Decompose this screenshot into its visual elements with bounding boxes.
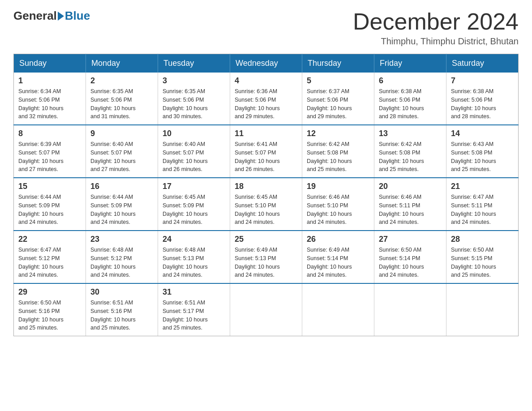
calendar-week-row: 15 Sunrise: 6:44 AMSunset: 5:09 PMDaylig… bbox=[14, 178, 519, 231]
day-number: 23 bbox=[90, 235, 153, 244]
calendar-cell: 15 Sunrise: 6:44 AMSunset: 5:09 PMDaylig… bbox=[14, 178, 86, 231]
calendar-table: SundayMondayTuesdayWednesdayThursdayFrid… bbox=[13, 54, 519, 336]
day-info: Sunrise: 6:41 AMSunset: 5:07 PMDaylight:… bbox=[235, 140, 297, 174]
calendar-cell bbox=[230, 283, 302, 336]
calendar-cell bbox=[374, 283, 446, 336]
day-info: Sunrise: 6:50 AMSunset: 5:16 PMDaylight:… bbox=[18, 299, 81, 332]
calendar-cell: 6 Sunrise: 6:38 AMSunset: 5:06 PMDayligh… bbox=[374, 73, 446, 125]
day-number: 2 bbox=[90, 76, 153, 86]
calendar-cell: 12 Sunrise: 6:42 AMSunset: 5:08 PMDaylig… bbox=[302, 125, 374, 178]
calendar-cell: 21 Sunrise: 6:47 AMSunset: 5:11 PMDaylig… bbox=[446, 178, 519, 231]
day-info: Sunrise: 6:47 AMSunset: 5:11 PMDaylight:… bbox=[451, 193, 514, 227]
calendar-cell: 1 Sunrise: 6:34 AMSunset: 5:06 PMDayligh… bbox=[14, 73, 86, 125]
day-number: 20 bbox=[379, 182, 442, 191]
day-info: Sunrise: 6:48 AMSunset: 5:13 PMDaylight:… bbox=[163, 246, 225, 279]
day-number: 3 bbox=[163, 76, 225, 86]
day-info: Sunrise: 6:49 AMSunset: 5:14 PMDaylight:… bbox=[307, 246, 369, 279]
calendar-cell: 16 Sunrise: 6:44 AMSunset: 5:09 PMDaylig… bbox=[86, 178, 158, 231]
calendar-cell: 27 Sunrise: 6:50 AMSunset: 5:14 PMDaylig… bbox=[374, 231, 446, 283]
calendar-cell: 28 Sunrise: 6:50 AMSunset: 5:15 PMDaylig… bbox=[446, 231, 519, 283]
day-info: Sunrise: 6:39 AMSunset: 5:07 PMDaylight:… bbox=[18, 140, 81, 174]
day-info: Sunrise: 6:44 AMSunset: 5:09 PMDaylight:… bbox=[18, 193, 81, 227]
day-info: Sunrise: 6:34 AMSunset: 5:06 PMDaylight:… bbox=[18, 87, 81, 121]
day-number: 14 bbox=[451, 129, 514, 138]
day-info: Sunrise: 6:46 AMSunset: 5:11 PMDaylight:… bbox=[379, 193, 442, 227]
logo-blue: Blue bbox=[65, 9, 90, 23]
month-title: December 2024 bbox=[353, 9, 519, 34]
day-number: 8 bbox=[18, 129, 81, 138]
day-number: 13 bbox=[379, 129, 442, 138]
title-section: December 2024 Thimphu, Thimphu District,… bbox=[353, 9, 519, 47]
day-number: 21 bbox=[451, 182, 514, 191]
calendar-cell: 17 Sunrise: 6:45 AMSunset: 5:09 PMDaylig… bbox=[158, 178, 230, 231]
calendar-cell: 19 Sunrise: 6:46 AMSunset: 5:10 PMDaylig… bbox=[302, 178, 374, 231]
calendar-cell: 14 Sunrise: 6:43 AMSunset: 5:08 PMDaylig… bbox=[446, 125, 519, 178]
day-number: 7 bbox=[451, 76, 514, 86]
day-number: 11 bbox=[235, 129, 297, 138]
day-number: 22 bbox=[18, 235, 81, 244]
day-number: 17 bbox=[163, 182, 225, 191]
day-number: 19 bbox=[307, 182, 369, 191]
calendar-day-header: Wednesday bbox=[230, 54, 302, 73]
calendar-cell: 11 Sunrise: 6:41 AMSunset: 5:07 PMDaylig… bbox=[230, 125, 302, 178]
day-number: 9 bbox=[90, 129, 153, 138]
calendar-cell: 23 Sunrise: 6:48 AMSunset: 5:12 PMDaylig… bbox=[86, 231, 158, 283]
logo-arrow-icon bbox=[58, 12, 64, 21]
calendar-cell: 18 Sunrise: 6:45 AMSunset: 5:10 PMDaylig… bbox=[230, 178, 302, 231]
calendar-cell: 26 Sunrise: 6:49 AMSunset: 5:14 PMDaylig… bbox=[302, 231, 374, 283]
logo: General Blue bbox=[13, 9, 90, 23]
day-info: Sunrise: 6:38 AMSunset: 5:06 PMDaylight:… bbox=[451, 87, 514, 121]
calendar-cell: 20 Sunrise: 6:46 AMSunset: 5:11 PMDaylig… bbox=[374, 178, 446, 231]
day-number: 12 bbox=[307, 129, 369, 138]
calendar-day-header: Tuesday bbox=[158, 54, 230, 73]
day-info: Sunrise: 6:40 AMSunset: 5:07 PMDaylight:… bbox=[90, 140, 153, 174]
day-info: Sunrise: 6:49 AMSunset: 5:13 PMDaylight:… bbox=[235, 246, 297, 279]
day-info: Sunrise: 6:50 AMSunset: 5:14 PMDaylight:… bbox=[379, 246, 442, 279]
day-number: 28 bbox=[451, 235, 514, 244]
day-info: Sunrise: 6:35 AMSunset: 5:06 PMDaylight:… bbox=[163, 87, 225, 121]
day-number: 30 bbox=[90, 287, 153, 297]
day-number: 6 bbox=[379, 76, 442, 86]
calendar-week-row: 22 Sunrise: 6:47 AMSunset: 5:12 PMDaylig… bbox=[14, 231, 519, 283]
day-info: Sunrise: 6:35 AMSunset: 5:06 PMDaylight:… bbox=[90, 87, 153, 121]
calendar-cell: 9 Sunrise: 6:40 AMSunset: 5:07 PMDayligh… bbox=[86, 125, 158, 178]
day-info: Sunrise: 6:43 AMSunset: 5:08 PMDaylight:… bbox=[451, 140, 514, 174]
day-info: Sunrise: 6:51 AMSunset: 5:17 PMDaylight:… bbox=[163, 299, 225, 332]
calendar-week-row: 8 Sunrise: 6:39 AMSunset: 5:07 PMDayligh… bbox=[14, 125, 519, 178]
day-info: Sunrise: 6:44 AMSunset: 5:09 PMDaylight:… bbox=[90, 193, 153, 227]
calendar-cell bbox=[446, 283, 519, 336]
day-number: 24 bbox=[163, 235, 225, 244]
calendar-cell: 3 Sunrise: 6:35 AMSunset: 5:06 PMDayligh… bbox=[158, 73, 230, 125]
calendar-week-row: 29 Sunrise: 6:50 AMSunset: 5:16 PMDaylig… bbox=[14, 283, 519, 336]
calendar-cell: 5 Sunrise: 6:37 AMSunset: 5:06 PMDayligh… bbox=[302, 73, 374, 125]
calendar-cell: 4 Sunrise: 6:36 AMSunset: 5:06 PMDayligh… bbox=[230, 73, 302, 125]
day-number: 15 bbox=[18, 182, 81, 191]
calendar-cell: 30 Sunrise: 6:51 AMSunset: 5:16 PMDaylig… bbox=[86, 283, 158, 336]
day-info: Sunrise: 6:45 AMSunset: 5:10 PMDaylight:… bbox=[235, 193, 297, 227]
calendar-day-header: Friday bbox=[374, 54, 446, 73]
day-info: Sunrise: 6:36 AMSunset: 5:06 PMDaylight:… bbox=[235, 87, 297, 121]
day-info: Sunrise: 6:46 AMSunset: 5:10 PMDaylight:… bbox=[307, 193, 369, 227]
calendar-cell: 13 Sunrise: 6:42 AMSunset: 5:08 PMDaylig… bbox=[374, 125, 446, 178]
day-info: Sunrise: 6:48 AMSunset: 5:12 PMDaylight:… bbox=[90, 246, 153, 279]
calendar-day-header: Sunday bbox=[14, 54, 86, 73]
day-number: 26 bbox=[307, 235, 369, 244]
calendar-day-header: Monday bbox=[86, 54, 158, 73]
calendar-cell: 29 Sunrise: 6:50 AMSunset: 5:16 PMDaylig… bbox=[14, 283, 86, 336]
day-number: 1 bbox=[18, 76, 81, 86]
calendar-cell: 24 Sunrise: 6:48 AMSunset: 5:13 PMDaylig… bbox=[158, 231, 230, 283]
day-info: Sunrise: 6:40 AMSunset: 5:07 PMDaylight:… bbox=[163, 140, 225, 174]
calendar-cell: 2 Sunrise: 6:35 AMSunset: 5:06 PMDayligh… bbox=[86, 73, 158, 125]
logo-text: General Blue bbox=[13, 9, 90, 23]
day-info: Sunrise: 6:50 AMSunset: 5:15 PMDaylight:… bbox=[451, 246, 514, 279]
calendar-day-header: Thursday bbox=[302, 54, 374, 73]
day-info: Sunrise: 6:47 AMSunset: 5:12 PMDaylight:… bbox=[18, 246, 81, 279]
day-info: Sunrise: 6:42 AMSunset: 5:08 PMDaylight:… bbox=[307, 140, 369, 174]
location-title: Thimphu, Thimphu District, Bhutan bbox=[353, 36, 519, 47]
calendar-day-header: Saturday bbox=[446, 54, 519, 73]
page-header: General Blue December 2024 Thimphu, Thim… bbox=[13, 9, 519, 47]
calendar-cell: 31 Sunrise: 6:51 AMSunset: 5:17 PMDaylig… bbox=[158, 283, 230, 336]
day-number: 18 bbox=[235, 182, 297, 191]
calendar-header-row: SundayMondayTuesdayWednesdayThursdayFrid… bbox=[14, 54, 519, 73]
day-number: 5 bbox=[307, 76, 369, 86]
